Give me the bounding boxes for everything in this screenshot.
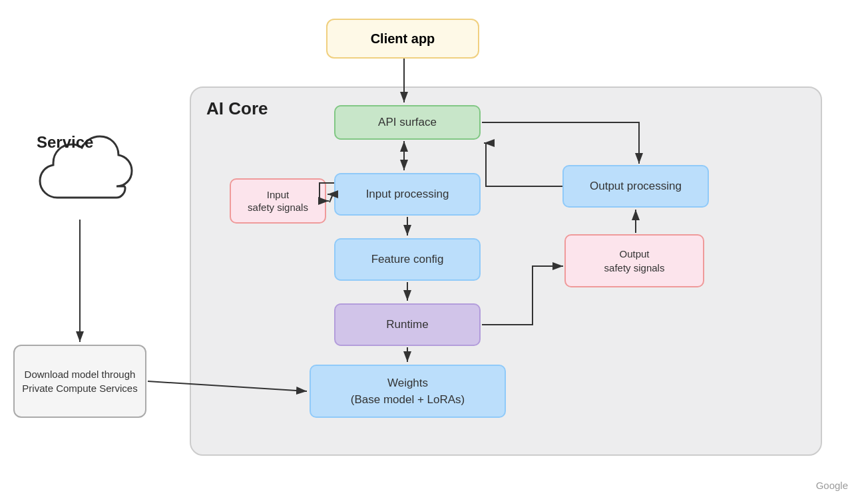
input-processing-label: Input processing: [366, 188, 449, 201]
runtime-label: Runtime: [386, 318, 428, 331]
client-app-label: Client app: [371, 31, 435, 47]
input-processing-box: Input processing: [334, 173, 481, 216]
api-surface-box: API surface: [334, 105, 481, 140]
google-label: Google: [816, 480, 848, 491]
input-safety-label: Inputsafety signals: [248, 188, 308, 214]
download-box: Download model through Private Compute S…: [13, 345, 146, 418]
api-surface-label: API surface: [378, 116, 437, 129]
output-safety-label: Outputsafety signals: [604, 247, 665, 275]
weights-label: Weights(Base model + LoRAs): [351, 375, 465, 409]
feature-config-label: Feature config: [371, 253, 444, 266]
diagram-container: Client app AI Core API surface Input pro…: [0, 0, 868, 503]
service-label: Service: [37, 133, 93, 152]
output-processing-label: Output processing: [590, 180, 682, 193]
download-label: Download model through Private Compute S…: [21, 367, 138, 395]
client-app-box: Client app: [326, 19, 479, 59]
ai-core-box: [190, 86, 822, 456]
weights-box: Weights(Base model + LoRAs): [310, 365, 506, 418]
output-processing-box: Output processing: [562, 165, 709, 208]
feature-config-box: Feature config: [334, 238, 481, 281]
output-safety-box: Outputsafety signals: [564, 234, 704, 287]
ai-core-label: AI Core: [206, 98, 268, 119]
runtime-box: Runtime: [334, 303, 481, 346]
input-safety-box: Inputsafety signals: [230, 178, 326, 224]
